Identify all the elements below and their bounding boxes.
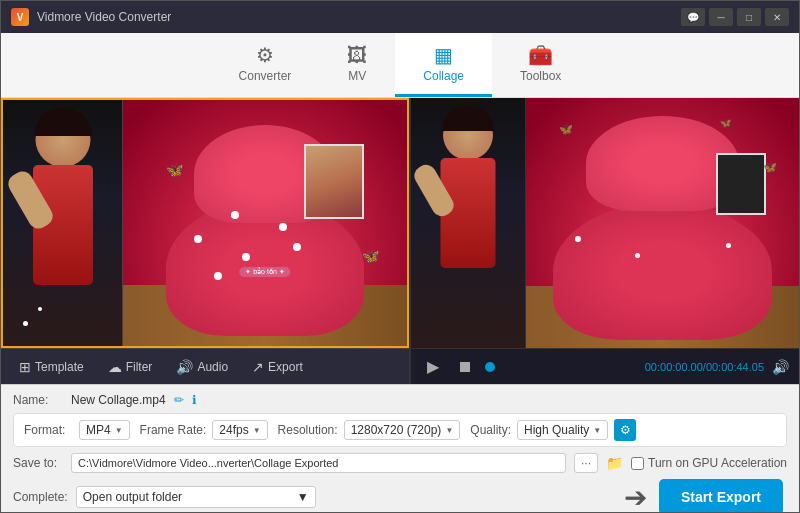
preview-left-video: [411, 98, 526, 348]
volume-icon[interactable]: 🔊: [772, 359, 789, 375]
title-bar: V Vidmore Video Converter 💬 ─ □ ✕: [1, 1, 799, 33]
gear-button[interactable]: ⚙: [614, 419, 636, 441]
collage-preview: ⬛: [1, 98, 409, 348]
start-export-area: ➔ Start Export: [624, 479, 787, 513]
resolution-group: Resolution: 1280x720 (720p) ▼: [278, 420, 461, 440]
nav-mv-label: MV: [348, 69, 366, 83]
framerate-select[interactable]: 24fps ▼: [212, 420, 267, 440]
nav-converter[interactable]: ⚙ Converter: [211, 33, 320, 97]
collage-right-slot[interactable]: ⬛ 🦋 🦋 🦋: [123, 100, 407, 346]
quality-arrow: ▼: [593, 426, 601, 435]
export-icon: ↗: [252, 359, 264, 375]
preview-area: 🦋 🦋 🦋: [411, 98, 799, 348]
resolution-select[interactable]: 1280x720 (720p) ▼: [344, 420, 461, 440]
template-icon: ⊞: [19, 359, 31, 375]
audio-icon: 🔊: [176, 359, 193, 375]
close-button[interactable]: ✕: [765, 8, 789, 26]
folder-icon[interactable]: 📁: [606, 455, 623, 471]
nav-toolbox[interactable]: 🧰 Toolbox: [492, 33, 589, 97]
format-label: Format:: [24, 423, 69, 437]
quality-group: Quality: High Quality ▼ ⚙: [470, 419, 636, 441]
gpu-label: Turn on GPU Acceleration: [648, 456, 787, 470]
nav-mv[interactable]: 🖼 MV: [319, 33, 395, 97]
converter-icon: ⚙: [256, 45, 274, 65]
quality-select[interactable]: High Quality ▼: [517, 420, 608, 440]
template-button[interactable]: ⊞ Template: [9, 355, 94, 379]
resolution-label: Resolution:: [278, 423, 338, 437]
start-export-button[interactable]: Start Export: [659, 479, 783, 513]
mv-icon: 🖼: [347, 45, 367, 65]
framerate-arrow: ▼: [253, 426, 261, 435]
main-content: ⬛: [1, 98, 799, 384]
progress-dot: [485, 362, 495, 372]
bottom-panel: Name: New Collage.mp4 ✏ ℹ Format: MP4 ▼ …: [1, 384, 799, 513]
editor-toolbar: ⊞ Template ☁ Filter 🔊 Audio ↗ Export: [1, 348, 409, 384]
nav-toolbox-label: Toolbox: [520, 69, 561, 83]
time-display: 00:00:00.00/00:00:44.05: [645, 361, 764, 373]
play-button[interactable]: ▶: [421, 355, 445, 379]
nav-bar: ⚙ Converter 🖼 MV ▦ Collage 🧰 Toolbox: [1, 33, 799, 98]
name-label: Name:: [13, 393, 63, 407]
complete-arrow: ▼: [297, 490, 309, 504]
preview-right-video: 🦋 🦋 🦋: [526, 98, 799, 348]
nav-converter-label: Converter: [239, 69, 292, 83]
arrow-right-icon: ➔: [624, 481, 647, 514]
resolution-value: 1280x720 (720p): [351, 423, 442, 437]
quality-label: Quality:: [470, 423, 511, 437]
audio-button[interactable]: 🔊 Audio: [166, 355, 238, 379]
complete-row: Complete: Open output folder ▼: [13, 486, 624, 508]
complete-select[interactable]: Open output folder ▼: [76, 486, 316, 508]
app-title: Vidmore Video Converter: [37, 10, 171, 24]
export-button[interactable]: ↗ Export: [242, 355, 313, 379]
app-icon: V: [11, 8, 29, 26]
filter-icon: ☁: [108, 359, 122, 375]
format-value: MP4: [86, 423, 111, 437]
framerate-group: Frame Rate: 24fps ▼: [140, 420, 268, 440]
format-select[interactable]: MP4 ▼: [79, 420, 130, 440]
save-label: Save to:: [13, 456, 63, 470]
nav-collage[interactable]: ▦ Collage: [395, 33, 492, 97]
gpu-checkbox[interactable]: [631, 457, 644, 470]
preview-controls: ▶ ⏹ 00:00:00.00/00:00:44.05 🔊: [411, 348, 799, 384]
title-bar-controls: 💬 ─ □ ✕: [681, 8, 789, 26]
minimize-button[interactable]: ─: [709, 8, 733, 26]
save-row: Save to: C:\Vidmore\Vidmore Video...nver…: [13, 453, 787, 473]
name-row: Name: New Collage.mp4 ✏ ℹ: [13, 393, 787, 407]
collage-left-slot[interactable]: ⬛: [3, 100, 123, 346]
framerate-value: 24fps: [219, 423, 248, 437]
collage-icon: ▦: [434, 45, 453, 65]
format-arrow: ▼: [115, 426, 123, 435]
format-row: Format: MP4 ▼ Frame Rate: 24fps ▼ Resolu…: [13, 413, 787, 447]
info-icon[interactable]: ℹ: [192, 393, 197, 407]
browse-button[interactable]: ···: [574, 453, 598, 473]
resolution-arrow: ▼: [445, 426, 453, 435]
nav-collage-label: Collage: [423, 69, 464, 83]
preview-panel: 🦋 🦋 🦋 ▶ ⏹ 00:00:00.00/00:00:44.05 🔊: [409, 98, 799, 384]
maximize-button[interactable]: □: [737, 8, 761, 26]
title-bar-left: V Vidmore Video Converter: [11, 8, 171, 26]
editor-panel: ⬛: [1, 98, 409, 384]
chat-button[interactable]: 💬: [681, 8, 705, 26]
save-path: C:\Vidmore\Vidmore Video...nverter\Colla…: [71, 453, 566, 473]
name-value: New Collage.mp4: [71, 393, 166, 407]
framerate-label: Frame Rate:: [140, 423, 207, 437]
quality-value: High Quality: [524, 423, 589, 437]
complete-label: Complete:: [13, 490, 68, 504]
stop-button[interactable]: ⏹: [453, 355, 477, 379]
filter-button[interactable]: ☁ Filter: [98, 355, 163, 379]
toolbox-icon: 🧰: [528, 45, 553, 65]
edit-icon[interactable]: ✏: [174, 393, 184, 407]
complete-value: Open output folder: [83, 490, 182, 504]
gpu-check: Turn on GPU Acceleration: [631, 456, 787, 470]
